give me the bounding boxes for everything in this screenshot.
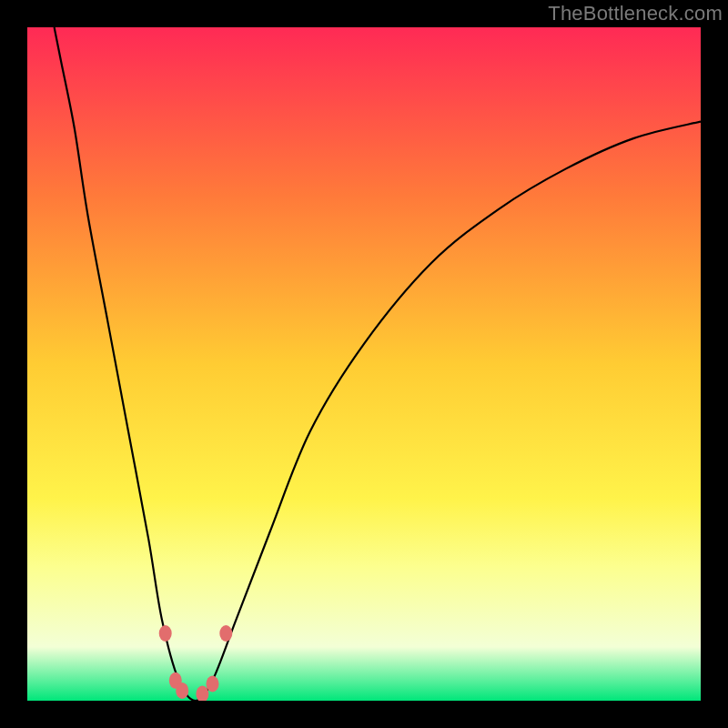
- watermark-text: TheBottleneck.com: [548, 2, 723, 25]
- marker-dot: [219, 625, 232, 642]
- chart-svg: [27, 27, 701, 701]
- marker-dot: [176, 682, 188, 699]
- bottleneck-chart: [27, 27, 701, 701]
- marker-dot: [207, 676, 219, 693]
- chart-frame: { "watermark": "TheBottleneck.com", "cha…: [0, 0, 728, 728]
- gradient-background: [27, 27, 701, 701]
- marker-dot: [159, 625, 172, 642]
